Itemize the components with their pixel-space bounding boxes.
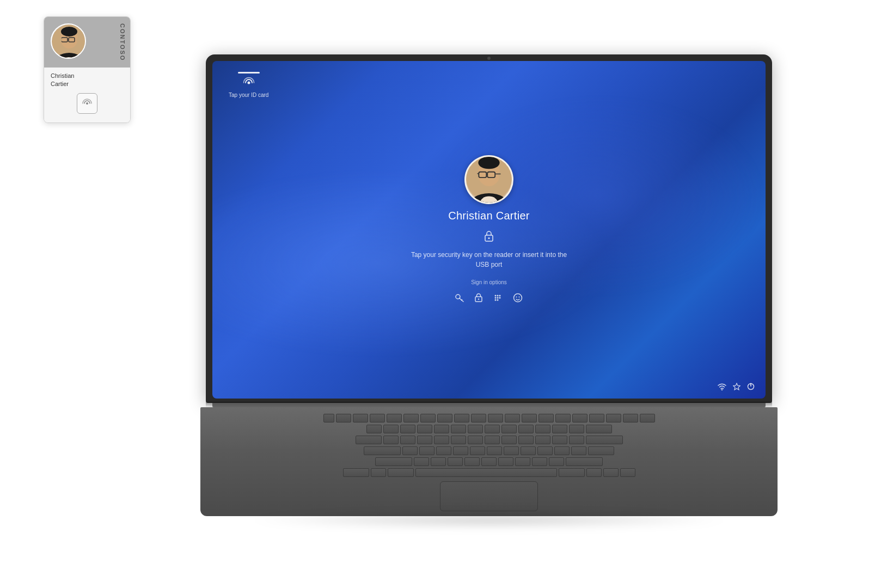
key[interactable] xyxy=(620,468,635,477)
key[interactable] xyxy=(417,436,432,444)
key[interactable] xyxy=(537,446,553,455)
key[interactable] xyxy=(549,457,564,466)
key[interactable] xyxy=(521,446,536,455)
lock-icon xyxy=(484,230,494,244)
key[interactable] xyxy=(518,425,534,433)
alt-key[interactable] xyxy=(388,468,414,477)
key[interactable] xyxy=(505,414,520,422)
key[interactable] xyxy=(420,414,436,422)
sign-in-key-icon[interactable] xyxy=(455,293,464,304)
key[interactable] xyxy=(400,425,415,433)
keyboard-top-edge xyxy=(212,403,766,407)
key[interactable] xyxy=(419,446,434,455)
key[interactable] xyxy=(571,446,586,455)
key[interactable] xyxy=(436,446,451,455)
sign-in-lock-icon[interactable] xyxy=(475,293,482,304)
key[interactable] xyxy=(468,436,483,444)
alt-right-key[interactable] xyxy=(559,468,585,477)
power-icon xyxy=(747,383,755,392)
key[interactable] xyxy=(448,457,463,466)
key[interactable] xyxy=(501,425,517,433)
touchpad[interactable] xyxy=(440,481,538,511)
key[interactable] xyxy=(451,425,466,433)
key[interactable] xyxy=(572,414,588,422)
wifi-icon xyxy=(718,383,726,392)
tap-id-card-prompt: Tap your ID card xyxy=(229,72,268,98)
key[interactable] xyxy=(453,446,468,455)
key[interactable] xyxy=(535,425,550,433)
key[interactable] xyxy=(552,436,567,444)
key[interactable] xyxy=(387,414,402,422)
user-avatar xyxy=(464,155,513,204)
key[interactable] xyxy=(371,468,386,477)
key[interactable] xyxy=(552,425,567,433)
key[interactable] xyxy=(417,425,432,433)
key[interactable] xyxy=(383,425,399,433)
key[interactable] xyxy=(403,414,419,422)
key[interactable] xyxy=(323,414,334,422)
space-key[interactable] xyxy=(415,468,557,477)
key-row-asdf xyxy=(209,446,769,455)
key[interactable] xyxy=(488,414,503,422)
key[interactable] xyxy=(532,457,547,466)
key[interactable] xyxy=(434,425,449,433)
key[interactable] xyxy=(414,457,429,466)
key[interactable] xyxy=(504,446,519,455)
key[interactable] xyxy=(468,425,483,433)
security-key-text: Tap your security key on the reader or i… xyxy=(407,250,571,270)
key[interactable] xyxy=(586,468,602,477)
key[interactable] xyxy=(481,457,497,466)
backspace-key[interactable] xyxy=(586,425,612,433)
key[interactable] xyxy=(434,436,449,444)
key[interactable] xyxy=(454,414,469,422)
key[interactable] xyxy=(485,436,500,444)
shift-left-key[interactable] xyxy=(375,457,412,466)
key[interactable] xyxy=(400,436,415,444)
key[interactable] xyxy=(569,425,584,433)
key[interactable] xyxy=(487,446,502,455)
key[interactable] xyxy=(451,436,466,444)
screen-user-name: Christian Cartier xyxy=(448,210,530,222)
key[interactable] xyxy=(554,446,570,455)
key[interactable] xyxy=(437,414,452,422)
sign-in-pin-icon[interactable] xyxy=(493,293,502,304)
key[interactable] xyxy=(538,414,554,422)
key[interactable] xyxy=(383,436,399,444)
svg-point-30 xyxy=(497,295,499,296)
enter-key[interactable] xyxy=(586,436,623,444)
screen-content: Tap your ID card xyxy=(212,61,766,399)
key[interactable] xyxy=(431,457,446,466)
tab-key[interactable] xyxy=(356,436,382,444)
caps-key[interactable] xyxy=(364,446,401,455)
sign-in-icons xyxy=(455,293,523,305)
sign-in-face-icon[interactable] xyxy=(513,293,523,305)
shift-right-key[interactable] xyxy=(566,457,603,466)
key[interactable] xyxy=(569,436,584,444)
key[interactable] xyxy=(501,436,517,444)
enter2-key[interactable] xyxy=(588,446,614,455)
key[interactable] xyxy=(606,414,621,422)
key[interactable] xyxy=(336,414,351,422)
id-card-nfc-area xyxy=(51,93,124,114)
key[interactable] xyxy=(471,414,486,422)
key[interactable] xyxy=(518,436,534,444)
key[interactable] xyxy=(464,457,480,466)
key[interactable] xyxy=(470,446,485,455)
screen: Tap your ID card xyxy=(212,61,766,399)
key[interactable] xyxy=(370,414,385,422)
key[interactable] xyxy=(589,414,604,422)
key[interactable] xyxy=(353,414,368,422)
svg-marker-41 xyxy=(733,383,741,390)
ctrl-key[interactable] xyxy=(343,468,369,477)
key[interactable] xyxy=(555,414,571,422)
key[interactable] xyxy=(535,436,550,444)
key[interactable] xyxy=(603,468,619,477)
key[interactable] xyxy=(640,414,655,422)
key[interactable] xyxy=(366,425,382,433)
key[interactable] xyxy=(498,457,513,466)
key[interactable] xyxy=(623,414,638,422)
key[interactable] xyxy=(515,457,530,466)
key[interactable] xyxy=(485,425,500,433)
key[interactable] xyxy=(402,446,418,455)
key[interactable] xyxy=(522,414,537,422)
